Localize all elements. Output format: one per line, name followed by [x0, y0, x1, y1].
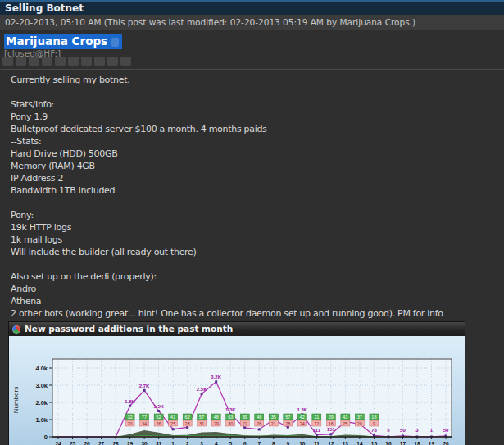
svg-text:27: 27 — [98, 441, 105, 445]
svg-text:48: 48 — [214, 415, 219, 420]
svg-text:12: 12 — [314, 421, 319, 426]
svg-text:1.3K: 1.3K — [225, 407, 236, 412]
svg-text:29: 29 — [214, 421, 219, 426]
svg-text:15: 15 — [371, 441, 378, 445]
reputation-badge — [55, 57, 66, 66]
svg-text:26: 26 — [157, 421, 161, 426]
svg-text:46: 46 — [257, 415, 261, 420]
post-text-line: Currently selling my botnet. — [11, 74, 501, 86]
svg-text:34: 34 — [142, 421, 147, 426]
svg-text:5: 5 — [229, 441, 232, 445]
svg-text:28: 28 — [185, 421, 190, 426]
post-text-line: Bandwidth 1TB Included — [11, 184, 501, 197]
svg-text:3.0k: 3.0k — [35, 382, 48, 389]
svg-text:2.0k: 2.0k — [35, 399, 48, 406]
reputation-badge — [120, 57, 131, 66]
svg-text:1.3K: 1.3K — [297, 407, 307, 412]
post-date-bar: 02-20-2013, 05:10 AM (This post was last… — [0, 15, 504, 30]
post-text-line: Will include the builder (all ready out … — [11, 246, 501, 258]
author-username[interactable]: Marijuana Crops — [4, 34, 122, 49]
post-text-line: Andro — [11, 283, 501, 295]
svg-text:25: 25 — [170, 421, 175, 426]
post-text-line: 1k mail logs — [11, 234, 501, 246]
svg-text:6: 6 — [243, 441, 247, 445]
svg-text:12: 12 — [328, 441, 334, 445]
svg-text:8: 8 — [272, 441, 275, 445]
svg-text:19: 19 — [429, 441, 435, 445]
post-text-line: Also set up on the dedi (properly): — [11, 270, 501, 283]
reputation-badge — [16, 57, 26, 66]
forum-page: Selling Botnet 02-20-2013, 05:10 AM (Thi… — [0, 0, 504, 445]
post-text-line: Memory (RAM) 4GB — [11, 160, 501, 172]
svg-text:63: 63 — [228, 415, 233, 420]
svg-text:18: 18 — [371, 415, 376, 420]
svg-text:41: 41 — [170, 415, 175, 420]
svg-text:17: 17 — [400, 441, 406, 445]
svg-text:50: 50 — [400, 428, 406, 433]
reputation-badge — [42, 57, 52, 66]
post-text-line — [11, 197, 501, 209]
chart-header: New password additions in the past month — [9, 322, 465, 336]
svg-text:1: 1 — [171, 441, 175, 445]
password-additions-chart: 01.0k2.0k3.0k4.0kNumbers1.8K2.7K1.5K4415… — [9, 336, 465, 445]
svg-text:10: 10 — [299, 441, 306, 445]
svg-text:1.8K: 1.8K — [125, 399, 135, 404]
stats-chart-panel: New password additions in the past month… — [8, 321, 465, 445]
post-text-line: Stats/Info: — [11, 98, 501, 111]
svg-text:1.5K: 1.5K — [153, 404, 164, 409]
reputation-badge — [107, 57, 118, 66]
svg-text:9: 9 — [373, 421, 375, 426]
svg-text:3.2K: 3.2K — [211, 375, 221, 379]
svg-text:21: 21 — [271, 421, 276, 426]
svg-text:28: 28 — [285, 421, 290, 426]
post-text-line: 2 other bots (working great... hint! One… — [11, 307, 501, 320]
post-text-line: IP Address 2 — [11, 172, 501, 184]
svg-text:24: 24 — [55, 441, 61, 445]
post-divider — [0, 69, 504, 70]
svg-text:9: 9 — [286, 441, 289, 445]
svg-text:14: 14 — [356, 441, 363, 445]
post-text-line: Pony 1.9 — [11, 111, 501, 123]
svg-text:57: 57 — [199, 415, 204, 420]
svg-text:25: 25 — [70, 441, 76, 445]
post-text-line: 19k HTTP logs — [11, 221, 501, 234]
svg-text:28: 28 — [112, 441, 119, 445]
svg-text:25: 25 — [343, 421, 347, 426]
svg-text:24: 24 — [300, 421, 305, 426]
svg-text:16: 16 — [385, 441, 392, 445]
author-username-text: Marijuana Crops — [6, 34, 107, 48]
post-text-line — [11, 86, 501, 98]
svg-text:21: 21 — [314, 415, 319, 420]
svg-text:4.0k: 4.0k — [35, 365, 48, 372]
reputation-badge — [94, 57, 105, 66]
svg-text:30: 30 — [228, 421, 233, 426]
svg-text:52: 52 — [157, 415, 161, 420]
svg-text:2: 2 — [186, 441, 189, 445]
svg-text:31: 31 — [199, 421, 204, 426]
svg-text:62: 62 — [185, 415, 190, 420]
post-text-line: Pony: — [11, 209, 501, 221]
svg-text:20: 20 — [443, 441, 449, 445]
svg-text:39: 39 — [243, 415, 247, 420]
svg-text:3: 3 — [200, 441, 203, 445]
svg-text:42: 42 — [300, 415, 305, 420]
svg-text:1.0k: 1.0k — [35, 416, 48, 424]
svg-text:0: 0 — [44, 434, 48, 441]
svg-text:35: 35 — [271, 415, 276, 420]
svg-text:13: 13 — [343, 441, 349, 445]
svg-text:2.7K: 2.7K — [139, 384, 150, 388]
svg-text:31: 31 — [156, 441, 162, 445]
svg-text:26: 26 — [257, 421, 261, 426]
svg-text:43: 43 — [343, 415, 347, 420]
user-status-icon — [111, 38, 119, 47]
post-body: Currently selling my botnet. Stats/Info:… — [11, 74, 501, 320]
svg-text:151: 151 — [327, 427, 336, 432]
svg-text:2.5K: 2.5K — [197, 387, 207, 392]
pie-chart-icon — [12, 325, 20, 334]
thread-title: Selling Botnet — [5, 2, 84, 14]
reputation-badge — [68, 57, 79, 66]
svg-text:4: 4 — [215, 441, 218, 445]
svg-text:Numbers: Numbers — [12, 387, 20, 413]
svg-text:20: 20 — [128, 421, 133, 426]
svg-text:26: 26 — [84, 441, 90, 445]
